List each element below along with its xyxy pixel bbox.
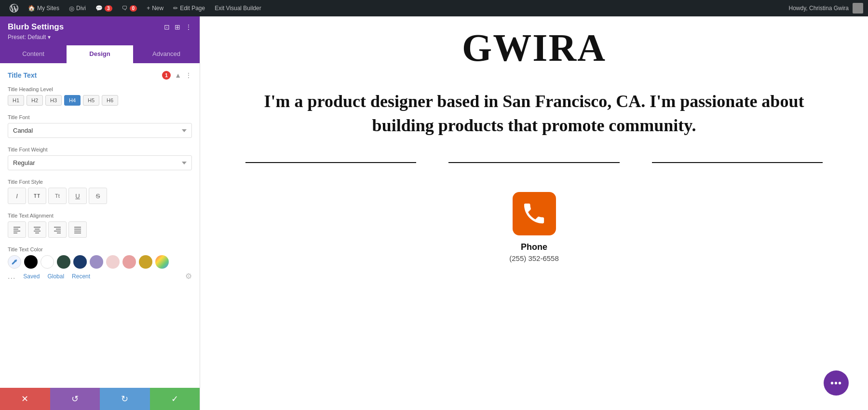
uppercase-btn[interactable]: TT <box>28 188 46 204</box>
section-options-icon[interactable]: ⋮ <box>185 71 192 79</box>
preset-label-text: Preset: Default <box>8 34 46 41</box>
font-style-buttons: I TT Tt U S <box>8 188 192 204</box>
tab-content[interactable]: Content <box>0 45 67 63</box>
heading-level-buttons: H1 H2 H3 H4 H5 H6 <box>8 95 192 106</box>
phone-icon-wrap <box>513 192 556 235</box>
svg-rect-10 <box>54 231 61 232</box>
phone-number: (255) 352-6558 <box>509 254 559 262</box>
align-justify-icon <box>74 226 81 233</box>
color-dark-blue[interactable] <box>73 255 87 269</box>
svg-rect-13 <box>74 229 81 230</box>
align-justify-btn[interactable] <box>68 221 87 238</box>
redo-button[interactable]: ↻ <box>100 388 150 410</box>
align-left-btn[interactable] <box>8 221 26 238</box>
message-icon: 🗨 <box>122 5 128 12</box>
global-colors-btn[interactable]: Global <box>47 273 64 280</box>
color-gold[interactable] <box>139 255 152 269</box>
divider-3 <box>652 162 823 163</box>
title-font-weight-select[interactable]: Thin Light Regular Medium Bold ExtraBold <box>8 155 192 170</box>
italic-btn[interactable]: I <box>8 188 26 204</box>
color-gradient[interactable] <box>155 255 169 269</box>
svg-rect-0 <box>14 227 20 228</box>
color-dropper-btn[interactable] <box>8 255 21 269</box>
divider-2 <box>448 162 619 163</box>
my-sites-label: My Sites <box>37 5 59 12</box>
heading-h4-btn[interactable]: H4 <box>64 95 81 106</box>
cancel-button[interactable]: ✕ <box>0 388 50 410</box>
undo-button[interactable]: ↺ <box>50 388 100 410</box>
color-lavender[interactable] <box>90 255 103 269</box>
divider-1 <box>245 162 416 163</box>
svg-rect-14 <box>74 231 81 232</box>
svg-rect-3 <box>14 232 17 233</box>
heading-level-group: Title Heading Level H1 H2 H3 H4 H5 H6 <box>8 86 192 106</box>
color-settings-icon[interactable]: ⚙ <box>185 272 192 281</box>
divi-label: Divi <box>76 5 86 12</box>
align-right-btn[interactable] <box>48 221 67 238</box>
new-menu[interactable]: + New <box>142 0 168 16</box>
title-font-weight-label: Title Font Weight <box>8 147 192 152</box>
title-text-color-group: Title Text Color ... <box>8 246 192 281</box>
title-font-select[interactable]: Candal Arial Georgia Helvetica Roboto Op… <box>8 123 192 138</box>
floating-action-button[interactable]: ••• <box>824 370 849 396</box>
title-font-style-group: Title Font Style I TT Tt U S <box>8 179 192 204</box>
text-alignment-buttons <box>8 221 192 238</box>
comment-count-badge: 3 <box>105 5 112 12</box>
heading-h3-btn[interactable]: H3 <box>45 95 62 106</box>
preset-selector[interactable]: Preset: Default ▾ <box>8 34 192 41</box>
tab-advanced[interactable]: Advanced <box>133 45 200 63</box>
messages-menu[interactable]: 🗨 0 <box>117 0 142 16</box>
dividers-row <box>200 162 868 163</box>
title-text-align-group: Title Text Alignment <box>8 213 192 238</box>
align-center-btn[interactable] <box>28 221 46 238</box>
tab-design[interactable]: Design <box>67 45 133 63</box>
heading-h6-btn[interactable]: H6 <box>102 95 118 106</box>
panel-content: Title Text 1 ▲ ⋮ Title Heading Level H1 … <box>0 63 200 388</box>
capitalize-btn[interactable]: Tt <box>48 188 67 204</box>
color-black[interactable] <box>24 255 38 269</box>
panel-header: Blurb Settings ⊡ ⊞ ⋮ Preset: Default ▾ <box>0 16 200 45</box>
color-rose[interactable] <box>122 255 136 269</box>
user-avatar[interactable] <box>853 3 863 14</box>
more-options-icon[interactable]: ⋮ <box>185 23 192 31</box>
svg-rect-1 <box>14 229 18 230</box>
heading-h5-btn[interactable]: H5 <box>83 95 99 106</box>
heading-h1-btn[interactable]: H1 <box>8 95 24 106</box>
heading-h2-btn[interactable]: H2 <box>27 95 43 106</box>
color-footer: ... Saved Global Recent ⚙ <box>8 272 192 281</box>
title-text-align-label: Title Text Alignment <box>8 213 192 219</box>
title-font-label: Title Font <box>8 114 192 120</box>
panel-tabs: Content Design Advanced <box>0 45 200 63</box>
collapse-icon[interactable]: ▲ <box>175 71 181 79</box>
color-dark-green[interactable] <box>57 255 70 269</box>
color-light-pink[interactable] <box>106 255 120 269</box>
recent-colors-btn[interactable]: Recent <box>72 273 90 280</box>
color-swatches <box>8 255 192 269</box>
title-font-group: Title Font Candal Arial Georgia Helvetic… <box>8 114 192 138</box>
my-sites-menu[interactable]: 🏠 My Sites <box>23 0 64 16</box>
save-button[interactable]: ✓ <box>150 388 200 410</box>
color-white[interactable] <box>41 255 54 269</box>
wordpress-home[interactable] <box>5 0 23 16</box>
panel-header-icons: ⊡ ⊞ ⋮ <box>164 23 192 31</box>
exit-builder-button[interactable]: Exit Visual Builder <box>210 0 266 16</box>
underline-btn[interactable]: U <box>68 188 87 204</box>
edit-page-button[interactable]: ✏ Edit Page <box>168 0 210 16</box>
color-more-btn[interactable]: ... <box>8 272 15 281</box>
layout-icon[interactable]: ⊞ <box>175 23 180 31</box>
intro-text: I'm a product designer based in San Fran… <box>200 84 868 162</box>
panel-title: Blurb Settings <box>8 22 64 32</box>
saved-colors-btn[interactable]: Saved <box>23 273 40 280</box>
canvas-content: GWIRA I'm a product designer based in Sa… <box>200 16 868 277</box>
divi-menu[interactable]: ◎ Divi <box>64 0 91 16</box>
maximize-icon[interactable]: ⊡ <box>164 23 170 31</box>
edit-page-label: Edit Page <box>180 5 205 12</box>
align-right-icon <box>54 226 61 233</box>
phone-icon <box>521 200 547 227</box>
blurb-settings-panel: Blurb Settings ⊡ ⊞ ⋮ Preset: Default ▾ C… <box>0 16 200 410</box>
comments-menu[interactable]: 💬 3 <box>91 0 117 16</box>
title-text-section-header: Title Text 1 ▲ ⋮ <box>8 71 192 80</box>
user-greeting: Howdy, Christina Gwira <box>789 5 849 12</box>
svg-rect-8 <box>54 227 61 228</box>
strikethrough-btn[interactable]: S <box>89 188 107 204</box>
